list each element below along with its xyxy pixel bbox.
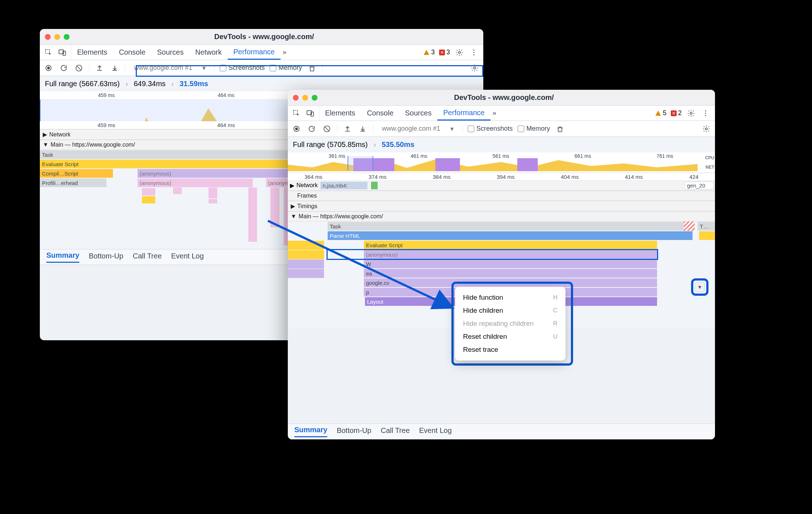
expand-icon[interactable]: ▶ (290, 182, 294, 189)
errors-badge[interactable]: ✕ 3 (439, 49, 450, 56)
cpu-overview-chart[interactable]: 361 ms 461 ms 561 ms 661 ms 761 ms CPU N… (288, 152, 715, 173)
expand-icon[interactable]: ▶ (43, 131, 47, 138)
crumb-mid[interactable]: 649.34ms (134, 80, 165, 88)
menu-reset-trace[interactable]: Reset trace (455, 343, 565, 356)
flame-bar-task[interactable]: T… (698, 222, 715, 231)
tab-sources[interactable]: Sources (151, 45, 189, 60)
flame-bar-anonymous[interactable]: (anonymous) (138, 178, 253, 187)
tab-console[interactable]: Console (361, 106, 399, 121)
expand-icon[interactable]: ▼ (43, 142, 49, 148)
memory-checkbox[interactable]: Memory (518, 125, 550, 132)
flame-bar-compile-script[interactable]: Compil…Script (40, 169, 113, 178)
zoom-window-button[interactable] (64, 34, 70, 40)
expand-icon[interactable]: ▼ (291, 213, 296, 220)
flame-bar-w[interactable]: W (364, 260, 657, 268)
minimize-window-button[interactable] (302, 95, 308, 101)
record-button[interactable] (43, 63, 54, 73)
zoom-window-button[interactable] (312, 95, 317, 101)
tab-call-tree[interactable]: Call Tree (133, 252, 162, 262)
overview-selection[interactable] (348, 156, 373, 170)
settings-icon[interactable] (686, 108, 696, 118)
crumb-full[interactable]: Full range (5667.63ms) (45, 80, 120, 88)
tab-elements[interactable]: Elements (71, 45, 113, 60)
screenshots-checkbox[interactable]: Screenshots (220, 64, 265, 72)
menu-hide-function[interactable]: Hide functionH (455, 291, 565, 304)
expand-icon[interactable]: ▶ (291, 203, 295, 210)
recording-selector[interactable]: www.google.com #1 ▾ (378, 124, 457, 134)
divider (322, 63, 323, 73)
minimize-window-button[interactable] (54, 34, 60, 40)
errors-badge[interactable]: ✕ 2 (671, 109, 682, 117)
more-icon[interactable] (469, 47, 479, 58)
device-toggle-icon[interactable] (305, 108, 315, 118)
gc-icon[interactable] (307, 63, 317, 73)
svg-point-6 (474, 54, 475, 55)
tab-bottom-up[interactable]: Bottom-Up (337, 426, 371, 437)
memory-checkbox[interactable]: Memory (270, 64, 302, 72)
tab-call-tree[interactable]: Call Tree (381, 426, 410, 437)
entry-dropdown-button[interactable]: ▼ (695, 282, 705, 292)
track-timings[interactable]: ▶Timings (288, 201, 715, 211)
flame-bar-ea[interactable]: ea (364, 269, 657, 278)
tab-summary[interactable]: Summary (294, 426, 327, 437)
menu-hide-repeating-children: Hide repeating childrenR (455, 317, 565, 330)
device-toggle-icon[interactable] (57, 47, 67, 58)
record-button[interactable] (291, 124, 302, 134)
more-tabs-icon[interactable]: » (281, 49, 289, 56)
tab-console[interactable]: Console (113, 45, 151, 60)
reload-record-button[interactable] (59, 63, 69, 73)
tab-summary[interactable]: Summary (46, 251, 79, 263)
flame-bar-anonymous[interactable]: (anonymous) (364, 250, 657, 259)
tab-performance[interactable]: Performance (228, 45, 281, 60)
divider (125, 63, 125, 73)
titlebar[interactable]: DevTools - www.google.com/ (288, 90, 715, 106)
network-request-bar[interactable] (371, 182, 378, 189)
clear-button[interactable] (74, 63, 84, 73)
svg-point-22 (705, 128, 707, 130)
more-tabs-icon[interactable]: » (491, 109, 498, 117)
inspect-element-icon[interactable] (43, 47, 54, 58)
svg-point-18 (705, 115, 706, 116)
tab-event-log[interactable]: Event Log (171, 252, 204, 262)
window-title: DevTools - www.google.com/ (72, 33, 456, 41)
tab-bottom-up[interactable]: Bottom-Up (89, 252, 123, 262)
screenshots-checkbox[interactable]: Screenshots (468, 125, 513, 132)
track-network[interactable]: ▶ Network n,jsa,mb4: gen_20 (288, 181, 715, 191)
upload-trace-icon[interactable] (94, 63, 105, 73)
flame-bar-evaluate-script[interactable]: Evaluate Script (364, 241, 657, 249)
tab-elements[interactable]: Elements (319, 106, 361, 121)
settings-icon[interactable] (454, 47, 464, 58)
download-trace-icon[interactable] (110, 63, 120, 73)
tab-network[interactable]: Network (189, 45, 227, 60)
more-icon[interactable] (700, 108, 711, 118)
recording-selector[interactable]: www.google.com #1 ▾ (130, 63, 209, 73)
titlebar[interactable]: DevTools - www.google.com/ (40, 29, 483, 45)
menu-reset-children[interactable]: Reset childrenU (455, 330, 565, 343)
gc-icon[interactable] (555, 124, 565, 134)
tab-sources[interactable]: Sources (399, 106, 437, 121)
upload-trace-icon[interactable] (342, 124, 353, 134)
network-request-bar[interactable]: n,jsa,mb4: (320, 182, 367, 189)
track-frames[interactable]: Frames (288, 191, 715, 201)
warnings-badge[interactable]: 3 (423, 49, 435, 56)
flame-bar-task[interactable]: Task (328, 222, 693, 231)
download-trace-icon[interactable] (358, 124, 368, 134)
warnings-badge[interactable]: 5 (655, 109, 666, 117)
flame-bar[interactable] (699, 231, 715, 240)
tab-performance[interactable]: Performance (437, 106, 491, 121)
menu-hide-children[interactable]: Hide childrenC (455, 304, 565, 317)
close-window-button[interactable] (293, 95, 299, 101)
flame-bar-profiling-overhead[interactable]: Profili…erhead (40, 178, 106, 187)
clear-button[interactable] (322, 124, 332, 134)
close-window-button[interactable] (45, 34, 51, 40)
network-request-bar[interactable]: gen_20 (685, 182, 714, 189)
track-main[interactable]: ▼Main — https://www.google.com/ (288, 211, 715, 222)
flame-bar-google-cv[interactable]: google.cv (364, 278, 657, 287)
inspect-element-icon[interactable] (291, 108, 302, 118)
crumb-full[interactable]: Full range (5705.85ms) (293, 140, 368, 149)
flame-bar-parse-html[interactable]: Parse HTML (328, 231, 693, 240)
capture-settings-icon[interactable] (470, 63, 480, 73)
reload-record-button[interactable] (307, 124, 317, 134)
tab-event-log[interactable]: Event Log (419, 426, 452, 437)
capture-settings-icon[interactable] (701, 124, 711, 134)
